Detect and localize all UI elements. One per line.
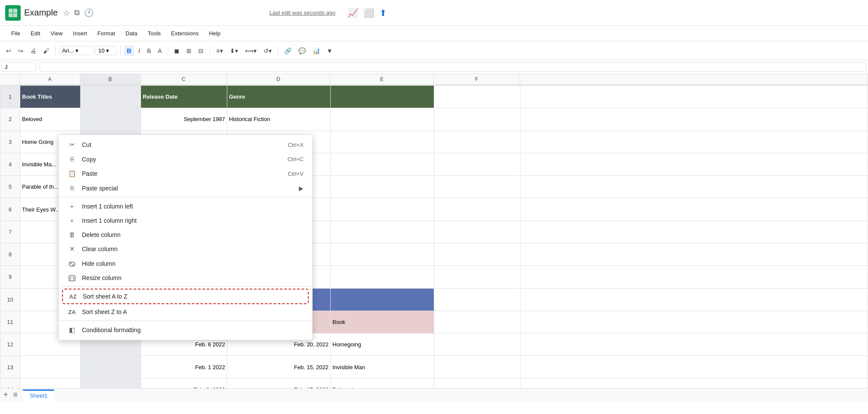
fill-color-button[interactable]: ◼ xyxy=(172,46,182,56)
move-icon[interactable]: ⧉ xyxy=(74,8,80,17)
ctx-sort-z-a[interactable]: ZA Sort sheet Z to A xyxy=(59,305,312,319)
cell-d1[interactable]: Genre xyxy=(227,86,331,108)
copy-icon: ⎘ xyxy=(67,156,77,163)
sep1 xyxy=(55,46,56,56)
cell-e4[interactable] xyxy=(331,153,434,175)
name-box[interactable] xyxy=(2,62,36,72)
sheet-tab-sheet1[interactable]: Sheet1 xyxy=(23,389,54,401)
text-wrap-button[interactable]: ⟺▾ xyxy=(242,46,259,56)
clear-col-icon: ✕ xyxy=(67,245,77,253)
cell-e11[interactable]: Book xyxy=(331,311,434,333)
font-size-selector[interactable]: 10 ▾ xyxy=(95,46,117,55)
ctx-clear-col[interactable]: ✕ Clear column xyxy=(59,242,312,256)
star-icon[interactable]: ☆ xyxy=(63,8,70,18)
col-header-b[interactable]: B xyxy=(80,74,141,85)
cell-c2[interactable]: September 1987 xyxy=(141,108,227,131)
ctx-hide-col[interactable]: Hide column xyxy=(59,256,312,271)
formula-bar[interactable] xyxy=(40,62,866,72)
menu-view[interactable]: View xyxy=(46,28,67,38)
sheet-menu-button[interactable]: ≡ xyxy=(13,390,18,399)
cell-e13[interactable]: Invisible Man xyxy=(331,356,434,378)
text-rotate-button[interactable]: ↺▾ xyxy=(261,46,274,56)
cell-g5[interactable] xyxy=(520,176,868,198)
cell-e12[interactable]: Homegoing xyxy=(331,333,434,356)
col-header-d[interactable]: D xyxy=(227,74,330,85)
menu-extensions[interactable]: Extensions xyxy=(167,28,203,38)
print-button[interactable]: 🖨 xyxy=(28,46,39,56)
cell-g1[interactable] xyxy=(520,86,868,108)
ctx-paste[interactable]: 📋 Paste Ctrl+V xyxy=(59,166,312,181)
cell-g3[interactable] xyxy=(520,131,868,153)
cell-d2[interactable]: Historical Fiction xyxy=(227,108,331,131)
ctx-paste-special[interactable]: ⎘ Paste special ▶ xyxy=(59,181,312,195)
borders-button[interactable]: ⊞ xyxy=(184,46,194,56)
menu-file[interactable]: File xyxy=(7,28,25,38)
ctx-resize-col[interactable]: Resize column xyxy=(59,271,312,285)
menu-format[interactable]: Format xyxy=(93,28,119,38)
align-v-button[interactable]: ⬇▾ xyxy=(227,46,241,56)
share-icon[interactable]: ⬆ xyxy=(379,8,387,18)
cell-a1[interactable]: Book Titles xyxy=(20,86,81,108)
filter-button[interactable]: ▼ xyxy=(324,46,335,56)
ctx-delete-col[interactable]: 🗑 Delete column xyxy=(59,227,312,242)
col-header-a[interactable]: A xyxy=(20,74,80,85)
menu-data[interactable]: Data xyxy=(121,28,141,38)
align-h-button[interactable]: ≡▾ xyxy=(213,46,225,56)
sep5 xyxy=(278,46,278,56)
strikethrough-button[interactable]: S xyxy=(144,46,154,56)
cell-e6[interactable] xyxy=(331,198,434,221)
menu-help[interactable]: Help xyxy=(204,28,225,38)
font-size: 10 xyxy=(98,47,104,54)
bold-button[interactable]: B xyxy=(124,45,134,56)
sep2 xyxy=(120,46,121,56)
menu-insert[interactable]: Insert xyxy=(69,28,91,38)
col-header-c[interactable]: C xyxy=(141,74,227,85)
cell-g6[interactable] xyxy=(520,198,868,221)
add-sheet-button[interactable]: + xyxy=(3,390,8,399)
ctx-sort-a-z[interactable]: AZ Sort sheet A to Z xyxy=(62,289,309,304)
cell-b2[interactable] xyxy=(81,108,141,131)
menu-edit[interactable]: Edit xyxy=(26,28,44,38)
chart-icon[interactable]: 📈 xyxy=(348,8,358,18)
cell-f1[interactable] xyxy=(434,86,520,108)
undo-button[interactable]: ↩ xyxy=(3,46,14,56)
cell-f2[interactable] xyxy=(434,108,520,131)
cell-g2[interactable] xyxy=(520,108,868,131)
cell-g4[interactable] xyxy=(520,153,868,175)
cell-a2[interactable]: Beloved xyxy=(20,108,81,131)
col-header-e[interactable]: E xyxy=(330,74,434,85)
font-dropdown-icon: ▾ xyxy=(75,47,78,54)
col-header-f[interactable]: F xyxy=(434,74,520,85)
recent-icon[interactable]: 🕐 xyxy=(84,8,94,18)
cell-f6[interactable] xyxy=(434,198,520,221)
cell-f4[interactable] xyxy=(434,153,520,175)
cell-f5[interactable] xyxy=(434,176,520,198)
ctx-insert-col-left[interactable]: + Insert 1 column left xyxy=(59,199,312,213)
cell-c1[interactable]: Release Date xyxy=(141,86,227,108)
ctx-cut[interactable]: ✂ Cut Ctrl+X xyxy=(59,137,312,152)
cell-b1[interactable] xyxy=(81,86,141,108)
cell-e5[interactable] xyxy=(331,176,434,198)
link-button[interactable]: 🔗 xyxy=(282,46,294,56)
menu-tools[interactable]: Tools xyxy=(143,28,165,38)
view-icon[interactable]: ⬜ xyxy=(363,8,374,18)
cell-d13[interactable]: Feb. 15, 2022 xyxy=(227,356,331,378)
paint-format-button[interactable]: 🖌 xyxy=(41,46,52,56)
cell-e1[interactable] xyxy=(331,86,434,108)
ctx-conditional-fmt[interactable]: ◧ Conditional formatting xyxy=(59,323,312,337)
chart-button[interactable]: 📊 xyxy=(310,46,323,56)
cell-e2[interactable] xyxy=(331,108,434,131)
comment-button[interactable]: 💬 xyxy=(296,46,308,56)
context-menu: ✂ Cut Ctrl+X ⎘ Copy Ctrl+C 📋 Paste Ctrl+… xyxy=(58,134,313,340)
merge-button[interactable]: ⊟ xyxy=(196,46,206,56)
text-color-button[interactable]: A xyxy=(155,46,164,56)
font-selector[interactable]: Ari... ▾ xyxy=(59,46,94,55)
ctx-copy[interactable]: ⎘ Copy Ctrl+C xyxy=(59,152,312,166)
ctx-insert-col-right[interactable]: + Insert 1 column right xyxy=(59,213,312,227)
cell-e3[interactable] xyxy=(331,131,434,153)
ctx-insert-col-right-label: Insert 1 column right xyxy=(82,217,304,224)
cell-c13[interactable]: Feb. 1 2022 xyxy=(141,356,227,378)
italic-button[interactable]: I xyxy=(136,46,143,56)
cell-f3[interactable] xyxy=(434,131,520,153)
redo-button[interactable]: ↪ xyxy=(16,46,26,56)
